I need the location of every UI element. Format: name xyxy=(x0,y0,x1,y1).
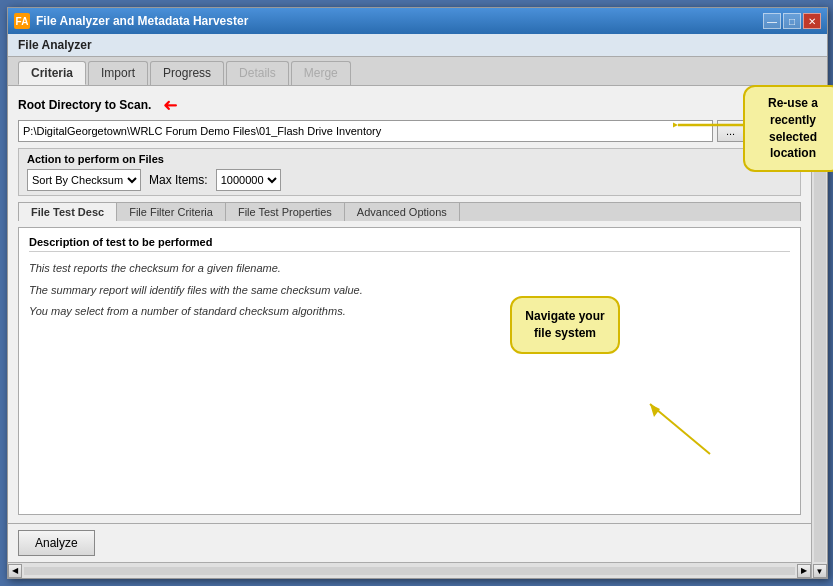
scroll-up-button[interactable]: ▲ xyxy=(813,86,827,100)
max-items-label: Max Items: xyxy=(149,173,208,187)
content-area: Root Directory to Scan. ➜ ... Recent Act… xyxy=(8,86,811,523)
title-buttons: — □ ✕ xyxy=(763,13,821,29)
main-content: Root Directory to Scan. ➜ ... Recent Act… xyxy=(8,86,811,578)
tab-details: Details xyxy=(226,61,289,85)
root-dir-section: Root Directory to Scan. ➜ ... Recent xyxy=(18,94,801,142)
horizontal-scrollbar[interactable]: ◀ ▶ xyxy=(8,562,811,578)
inner-tab-advanced-options[interactable]: Advanced Options xyxy=(345,203,460,221)
window-title: File Analyzer and Metadata Harvester xyxy=(36,14,248,28)
scroll-track-horizontal[interactable] xyxy=(24,567,795,575)
bottom-bar: Analyze xyxy=(8,523,811,562)
tab-progress[interactable]: Progress xyxy=(150,61,224,85)
action-section: Action to perform on Files Sort By Check… xyxy=(18,148,801,196)
main-layout: Root Directory to Scan. ➜ ... Recent Act… xyxy=(8,86,827,578)
inner-tab-file-test-desc[interactable]: File Test Desc xyxy=(19,203,117,221)
action-row: Sort By Checksum Sort By Name Sort By Si… xyxy=(27,169,792,191)
window-body: File Analyzer Criteria Import Progress D… xyxy=(8,34,827,578)
root-dir-label-row: Root Directory to Scan. ➜ xyxy=(18,94,801,116)
desc-panel-label: Description of test to be performed xyxy=(29,236,790,252)
sort-select[interactable]: Sort By Checksum Sort By Name Sort By Si… xyxy=(27,169,141,191)
app-icon: FA xyxy=(14,13,30,29)
scroll-track-vertical[interactable] xyxy=(814,102,826,562)
browse-button[interactable]: ... xyxy=(717,120,744,142)
max-items-select[interactable]: 1000000 xyxy=(216,169,281,191)
scroll-down-button[interactable]: ▼ xyxy=(813,564,827,578)
desc-line-1: This test reports the checksum for a giv… xyxy=(29,260,790,278)
section-header: File Analyzer xyxy=(8,34,827,57)
maximize-button[interactable]: □ xyxy=(783,13,801,29)
inner-tabs-bar: File Test Desc File Filter Criteria File… xyxy=(18,202,801,221)
minimize-button[interactable]: — xyxy=(763,13,781,29)
tab-import[interactable]: Import xyxy=(88,61,148,85)
tab-criteria[interactable]: Criteria xyxy=(18,61,86,85)
navigate-arrow-svg xyxy=(640,399,720,459)
desc-panel: Description of test to be performed This… xyxy=(18,227,801,515)
vertical-scrollbar[interactable]: ▲ ▼ xyxy=(811,86,827,578)
inner-tab-file-test-properties[interactable]: File Test Properties xyxy=(226,203,345,221)
action-label: Action to perform on Files xyxy=(27,153,792,165)
tab-merge: Merge xyxy=(291,61,351,85)
svg-marker-1 xyxy=(650,404,660,417)
title-bar: FA File Analyzer and Metadata Harvester … xyxy=(8,8,827,34)
svg-line-0 xyxy=(650,404,710,454)
recent-button[interactable]: Recent xyxy=(748,120,801,142)
main-tabs-bar: Criteria Import Progress Details Merge xyxy=(8,57,827,86)
analyze-button[interactable]: Analyze xyxy=(18,530,95,556)
dir-path-input[interactable] xyxy=(18,120,713,142)
close-button[interactable]: ✕ xyxy=(803,13,821,29)
arrow-icon: ➜ xyxy=(163,94,178,116)
scroll-left-button[interactable]: ◀ xyxy=(8,564,22,578)
inner-tab-file-filter-criteria[interactable]: File Filter Criteria xyxy=(117,203,226,221)
main-window: FA File Analyzer and Metadata Harvester … xyxy=(7,7,828,579)
dir-input-row: ... Recent xyxy=(18,120,801,142)
desc-line-2: The summary report will identify files w… xyxy=(29,282,790,300)
root-dir-label: Root Directory to Scan. xyxy=(18,98,151,112)
title-bar-left: FA File Analyzer and Metadata Harvester xyxy=(14,13,248,29)
desc-line-3: You may select from a number of standard… xyxy=(29,303,790,321)
scroll-right-button[interactable]: ▶ xyxy=(797,564,811,578)
